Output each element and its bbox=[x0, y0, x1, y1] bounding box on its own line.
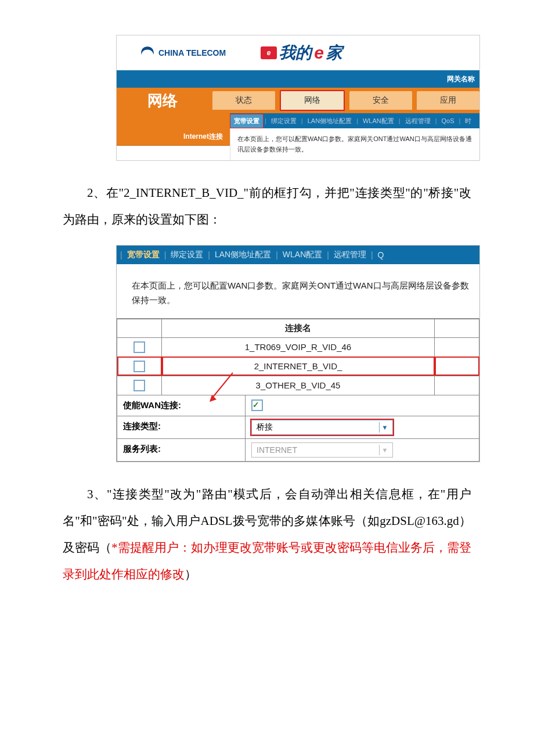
paragraph-step-3: 3、"连接类型"改为"路由"模式后，会自动弹出相关信息框，在"用户名"和"密码"… bbox=[63, 481, 471, 588]
enable-wan-checkbox[interactable] bbox=[251, 399, 263, 411]
checkbox-row-2[interactable] bbox=[134, 361, 145, 372]
fig1-content-text: 在本页面上，您可以配置WAN口参数。家庭网关ONT通过WAN口与高层网络设备通讯… bbox=[230, 128, 479, 160]
checkbox-row-1[interactable] bbox=[134, 341, 145, 353]
fig1-status-bar: 网关名称 bbox=[117, 70, 479, 88]
subtab-lan[interactable]: LAN侧地址配置 bbox=[304, 117, 355, 125]
fig1-tabs: 状态 网络 安全 应用 bbox=[208, 88, 479, 113]
subtab-remote[interactable]: 远程管理 bbox=[402, 117, 434, 125]
fig2-tab-binding[interactable]: 绑定设置 bbox=[167, 250, 207, 260]
conn-name-1: 1_TR069_VOIP_R_VID_46 bbox=[162, 337, 435, 357]
fig2-tab-lan[interactable]: LAN侧地址配置 bbox=[211, 250, 275, 260]
para2-text: 2、在"2_INTERNET_B_VID_"前的框打勾，并把"连接类型"的"桥接… bbox=[63, 186, 471, 226]
tab-application[interactable]: 应用 bbox=[417, 91, 479, 110]
row-conn-type: 连接类型: 桥接 ▼ bbox=[117, 416, 479, 439]
service-list-dropdown[interactable]: INTERNET ▼ bbox=[251, 442, 393, 458]
ehome-logo: e 我的e家 bbox=[261, 42, 342, 64]
table-row: 2_INTERNET_B_VID_ bbox=[117, 357, 479, 376]
service-list-value: INTERNET bbox=[257, 445, 297, 455]
fig1-sidebar: Internet连接 bbox=[117, 128, 230, 160]
subtab-broadband[interactable]: 宽带设置 bbox=[230, 114, 264, 128]
gateway-name-label: 网关名称 bbox=[447, 74, 475, 84]
sep: | bbox=[434, 117, 438, 124]
router-admin-screenshot-2: | 宽带设置 | 绑定设置 | LAN侧地址配置 | WLAN配置 | 远程管理… bbox=[116, 245, 480, 462]
tab-security[interactable]: 安全 bbox=[349, 91, 412, 110]
row-enable-wan: 使能WAN连接: bbox=[117, 395, 479, 416]
router-admin-screenshot-1: CHINA TELECOM e 我的e家 网关名称 网络 状态 网络 安全 应用… bbox=[116, 35, 480, 161]
tab-network[interactable]: 网络 bbox=[280, 90, 345, 111]
para3-c: ） bbox=[185, 567, 197, 581]
china-telecom-logo: CHINA TELECOM bbox=[140, 45, 226, 60]
chevron-down-icon: ▼ bbox=[379, 445, 390, 455]
logo-subtext: CHINA TELECOM bbox=[158, 48, 226, 57]
fig2-tab-wlan[interactable]: WLAN配置 bbox=[279, 250, 326, 260]
subtab-qos[interactable]: QoS bbox=[438, 117, 457, 124]
subtab-time[interactable]: 时 bbox=[461, 117, 475, 125]
sidebar-item-internet[interactable]: Internet连接 bbox=[117, 128, 230, 146]
sep: | bbox=[398, 117, 402, 124]
sep: | bbox=[264, 117, 268, 124]
fig1-subtabs: 宽带设置 | 绑定设置 | LAN侧地址配置 | WLAN配置 | 远程管理 |… bbox=[230, 113, 479, 128]
conn-type-value: 桥接 bbox=[257, 422, 273, 433]
fig1-subtabs-left-spacer bbox=[117, 113, 230, 128]
checkbox-row-3[interactable] bbox=[134, 380, 145, 391]
fig1-subtabs-row: 宽带设置 | 绑定设置 | LAN侧地址配置 | WLAN配置 | 远程管理 |… bbox=[117, 113, 479, 128]
chevron-down-icon: ▼ bbox=[379, 422, 390, 433]
sep: | bbox=[458, 117, 462, 124]
ehome-text-2: 家 bbox=[326, 42, 342, 64]
fig2-tabs: | 宽带设置 | 绑定设置 | LAN侧地址配置 | WLAN配置 | 远程管理… bbox=[117, 246, 479, 264]
table-header-checkbox bbox=[117, 319, 162, 338]
wan-connections-table: 连接名 1_TR069_VOIP_R_VID_46 2_INTERNET_B_V… bbox=[117, 318, 479, 395]
conn-type-label: 连接类型: bbox=[117, 416, 246, 438]
fig1-header: CHINA TELECOM e 我的e家 bbox=[117, 35, 479, 70]
fig2-description: 在本页面上，您可以配置WAN口参数。家庭网关ONT通过WAN口与高层网络层设备参… bbox=[117, 264, 479, 318]
table-row: 3_OTHER_B_VID_45 bbox=[117, 376, 479, 395]
service-list-label: 服务列表: bbox=[117, 439, 246, 461]
conn-name-2: 2_INTERNET_B_VID_ bbox=[162, 357, 435, 376]
ehome-badge-icon: e bbox=[261, 46, 277, 59]
fig1-main-tabs-row: 网络 状态 网络 安全 应用 bbox=[117, 88, 479, 113]
para3-warning: *需提醒用户：如办理更改宽带账号或更改密码等电信业务后，需登录到此处作相应的修改 bbox=[63, 541, 471, 581]
telecom-swirl-icon bbox=[140, 45, 155, 60]
fig2-tab-remote[interactable]: 远程管理 bbox=[330, 250, 370, 260]
table-header-extra bbox=[435, 319, 479, 338]
ehome-text-1: 我的 bbox=[279, 42, 312, 64]
enable-wan-label: 使能WAN连接: bbox=[117, 395, 246, 416]
table-header-conn-name: 连接名 bbox=[162, 319, 435, 338]
fig1-section-title: 网络 bbox=[117, 88, 208, 113]
subtab-wlan[interactable]: WLAN配置 bbox=[359, 117, 398, 125]
sep: | bbox=[355, 117, 359, 124]
sep: | bbox=[300, 117, 304, 124]
table-row: 1_TR069_VOIP_R_VID_46 bbox=[117, 337, 479, 357]
ehome-e: e bbox=[314, 43, 324, 63]
fig2-tab-broadband[interactable]: 宽带设置 bbox=[124, 250, 163, 260]
subtab-binding[interactable]: 绑定设置 bbox=[268, 117, 300, 125]
conn-type-dropdown[interactable]: 桥接 ▼ bbox=[251, 420, 393, 435]
fig2-tab-q[interactable]: Q bbox=[374, 250, 388, 260]
row-service-list: 服务列表: INTERNET ▼ bbox=[117, 439, 479, 462]
tab-status[interactable]: 状态 bbox=[212, 91, 275, 110]
paragraph-step-2: 2、在"2_INTERNET_B_VID_"前的框打勾，并把"连接类型"的"桥接… bbox=[63, 179, 471, 233]
fig1-body: Internet连接 在本页面上，您可以配置WAN口参数。家庭网关ONT通过WA… bbox=[117, 128, 479, 160]
conn-name-3: 3_OTHER_B_VID_45 bbox=[162, 376, 435, 395]
